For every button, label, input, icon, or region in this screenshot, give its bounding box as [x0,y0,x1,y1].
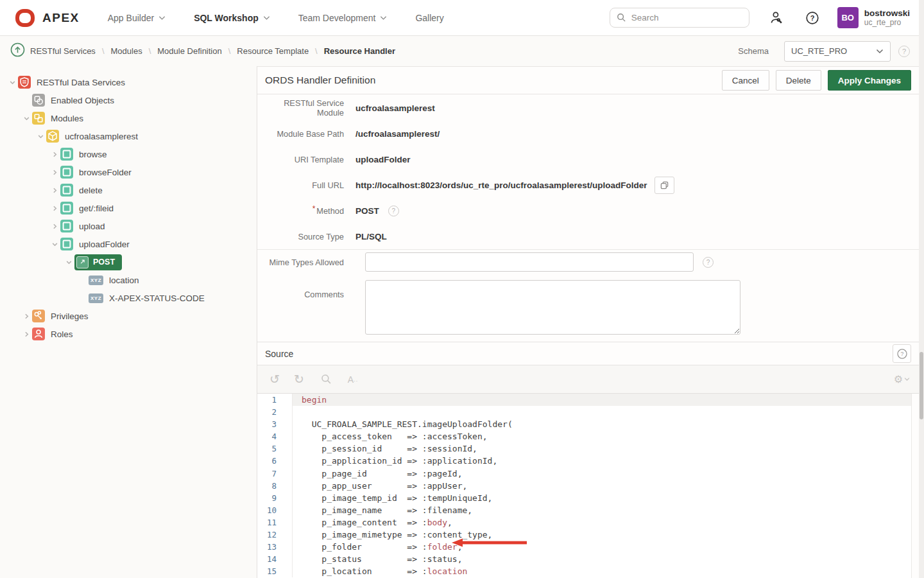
tree-item-roles[interactable]: Roles [0,325,257,343]
find-icon[interactable] [318,371,334,388]
tree-item-label: RESTful Data Services [37,78,125,87]
copy-url-button[interactable] [654,177,674,194]
line-number: 15 [257,565,293,577]
user-menu[interactable]: BO bostrowski uc_rte_pro [837,7,910,28]
tree-item-restful-data-services[interactable]: RESTful Data Services [0,73,257,91]
code-text: p_location => :location [293,565,467,577]
breadcrumb-item-restful-services[interactable]: RESTful Services [30,46,96,56]
tree-item-enabled-objects[interactable]: Enabled Objects [0,91,257,109]
tree-expanded-chevron-icon[interactable] [35,130,46,142]
tree-item-get-fileid[interactable]: get/:fileid [0,199,257,217]
tree-collapsed-chevron-icon[interactable] [49,148,60,160]
handler-icon [76,256,89,268]
tree-collapsed-chevron-icon[interactable] [21,328,32,340]
undo-icon[interactable]: ↺ [266,371,283,388]
tree-collapsed-chevron-icon[interactable] [49,202,60,214]
tree-expanded-chevron-icon[interactable] [49,238,60,250]
tree-item-uploadfolder[interactable]: uploadFolder [0,235,257,253]
help-icon[interactable]: ? [805,10,820,26]
nav-label: Team Development [298,13,376,23]
admin-icon[interactable] [769,10,785,26]
chevron-down-icon [876,49,884,54]
apex-logo[interactable]: APEX [0,9,96,27]
parameter-xyz-icon: XYZ [89,293,103,303]
cube-icon [46,130,59,143]
cancel-button[interactable]: Cancel [722,70,769,91]
schema-help-icon[interactable]: ? [898,46,910,57]
breadcrumb-item-resource-template[interactable]: Resource Template [237,46,309,56]
nav-label: App Builder [108,13,154,23]
mime-help-icon[interactable]: ? [703,257,714,268]
scrollbar-thumb[interactable] [920,352,923,419]
breadcrumb: RESTful Services\Modules\Module Definiti… [30,46,395,56]
apply-changes-button[interactable]: Apply Changes [828,70,911,91]
nav-item-gallery[interactable]: Gallery [415,13,443,23]
tree-item-x-apex-status-code[interactable]: XYZ X-APEX-STATUS-CODE [0,289,257,307]
schema-label: Schema [738,46,769,56]
method-help-icon[interactable]: ? [388,206,399,216]
schema-select[interactable]: UC_RTE_PRO [784,41,891,62]
template-icon [60,238,73,250]
breadcrumb-item-modules[interactable]: Modules [111,46,142,56]
text-suggest-icon[interactable]: A.. [345,371,361,388]
field-label: RESTful Service Module [257,98,355,118]
field-label: URI Template [257,155,355,164]
tree-collapsed-chevron-icon[interactable] [49,184,60,196]
user-name: bostrowski [864,8,910,18]
breadcrumb-separator: \ [315,46,318,56]
redo-icon[interactable]: ↻ [291,371,307,388]
line-number: 6 [257,455,293,467]
form-row-full-url: Full URL http://localhost:8023/ords/uc_r… [257,172,919,198]
tree-item-browsefolder[interactable]: browseFolder [0,163,257,181]
code-text: p_session_id => :sessionId, [293,442,477,455]
nav-item-app-builder[interactable]: App Builder [108,13,166,23]
tree-item-modules[interactable]: Modules [0,109,257,127]
tree-item-location[interactable]: XYZ location [0,271,257,289]
search-input[interactable] [631,13,734,22]
line-number: 12 [257,529,293,541]
tree-collapsed-chevron-icon[interactable] [49,220,60,232]
tree-item-ucfroalasamplerest[interactable]: ucfroalasamplerest [0,127,257,145]
breadcrumb-right: Schema UC_RTE_PRO ? [738,41,924,62]
tree-collapsed-chevron-icon[interactable] [49,166,60,178]
chevron-down-icon [904,377,910,381]
code-line-11: 11 p_image_content => :body, [257,516,911,529]
tree-item-delete[interactable]: delete [0,181,257,199]
form-divider [257,249,919,250]
tree-expanded-chevron-icon[interactable] [21,112,32,124]
up-circle-icon[interactable] [10,42,25,60]
tree-item-label: delete [79,186,103,195]
chevron-down-icon [263,15,270,21]
nav-item-team-development[interactable]: Team Development [298,13,388,23]
nav-item-sql-workshop[interactable]: SQL Workshop [194,13,270,23]
form-row-method: *Method POST? [257,198,919,223]
tree-item-label: uploadFolder [79,240,130,249]
source-help-button[interactable]: ? [893,344,911,363]
field-label: Module Base Path [257,129,355,139]
mime-types-row: Mime Types Allowed ? [257,252,919,272]
tree-expanded-chevron-icon[interactable] [63,256,74,268]
delete-button[interactable]: Delete [776,70,821,91]
tree-item-upload[interactable]: upload [0,217,257,235]
tree-item-post[interactable]: POST [0,253,257,271]
tree-collapsed-chevron-icon[interactable] [21,310,32,322]
tree-spacer [77,292,89,304]
code-line-1: 1begin [257,394,911,406]
tree-item-privileges[interactable]: Privileges [0,307,257,325]
tree-item-browse[interactable]: browse [0,145,257,163]
breadcrumb-item-module-definition[interactable]: Module Definition [157,46,221,56]
code-text: p_image_content => :body, [293,516,452,529]
editor-settings[interactable]: ⚙ [894,373,910,385]
tree-item-label: Privileges [51,311,89,321]
code-editor[interactable]: 1begin23 UC_FROALA_SAMPLE_REST.imageUplo… [257,394,912,578]
svg-text:?: ? [810,13,814,21]
field-value: PL/SQL [355,232,387,241]
breadcrumb-item-resource-handler: Resource Handler [324,46,395,56]
user-workspace: uc_rte_pro [864,18,910,27]
tree-expanded-chevron-icon[interactable] [6,76,18,88]
comments-textarea[interactable] [365,280,740,335]
code-text [293,406,302,418]
mime-types-input[interactable] [365,252,694,272]
search-box[interactable] [610,8,749,28]
line-number: 13 [257,541,293,553]
